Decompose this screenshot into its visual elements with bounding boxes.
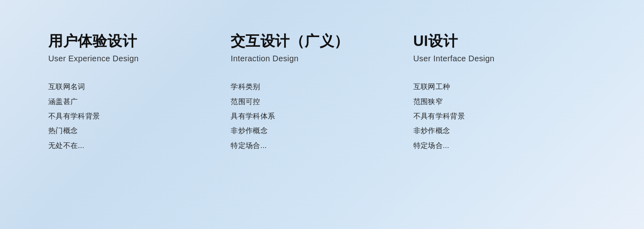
ui-design-items: 互联网工种范围狭窄不具有学科背景非炒作概念特定场合...	[413, 80, 596, 152]
interaction-design-title-en: Interaction Design	[231, 53, 413, 64]
ux-design-items: 互联网名词涵盖甚广不具有学科背景热门概念无处不在...	[48, 80, 231, 152]
ux-design-item-1: 涵盖甚广	[48, 95, 231, 108]
ux-design-item-2: 不具有学科背景	[48, 110, 231, 123]
column-interaction-design: 交互设计（广义）Interaction Design学科类别范围可控具有学科体系…	[231, 32, 413, 152]
ui-design-title-en: User Interface Design	[413, 53, 596, 64]
ux-design-title-cn: 用户体验设计	[48, 32, 231, 50]
ui-design-item-1: 范围狭窄	[413, 95, 596, 108]
interaction-design-items: 学科类别范围可控具有学科体系非炒作概念特定场合...	[231, 80, 413, 152]
interaction-design-item-3: 非炒作概念	[231, 124, 413, 137]
column-ux-design: 用户体验设计User Experience Design互联网名词涵盖甚广不具有…	[48, 32, 231, 152]
ui-design-item-2: 不具有学科背景	[413, 110, 596, 123]
ux-design-item-3: 热门概念	[48, 124, 231, 137]
interaction-design-item-4: 特定场合...	[231, 139, 413, 152]
interaction-design-item-2: 具有学科体系	[231, 110, 413, 123]
ui-design-title-cn: UI设计	[413, 32, 596, 50]
ux-design-item-4: 无处不在...	[48, 139, 231, 152]
ui-design-item-0: 互联网工种	[413, 80, 596, 93]
column-ui-design: UI设计User Interface Design互联网工种范围狭窄不具有学科背…	[413, 32, 596, 152]
interaction-design-item-1: 范围可控	[231, 95, 413, 108]
main-container: 用户体验设计User Experience Design互联网名词涵盖甚广不具有…	[0, 0, 644, 229]
interaction-design-title-cn: 交互设计（广义）	[231, 32, 413, 50]
ux-design-item-0: 互联网名词	[48, 80, 231, 93]
interaction-design-item-0: 学科类别	[231, 80, 413, 93]
ui-design-item-4: 特定场合...	[413, 139, 596, 152]
ux-design-title-en: User Experience Design	[48, 53, 231, 64]
ui-design-item-3: 非炒作概念	[413, 124, 596, 137]
